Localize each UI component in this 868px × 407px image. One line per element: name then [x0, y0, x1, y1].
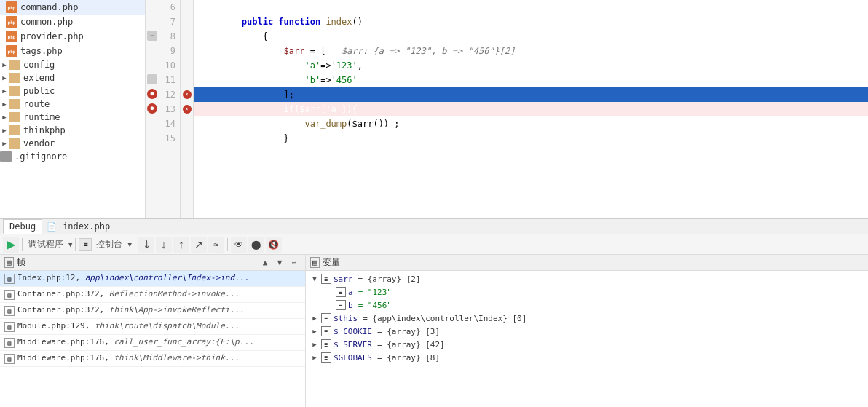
line-numbers: 6 7 − 8 9 10 − 11 ● 12 ● 13 14 15	[146, 0, 181, 222]
var-value-a: = "123"	[358, 288, 392, 297]
sidebar-item-tags[interactable]: php tags.php	[0, 44, 145, 58]
line-num-11: − 11	[146, 73, 180, 87]
arrow-right-icon: ▶	[0, 100, 9, 108]
evaluate-button[interactable]: ≈	[208, 237, 224, 253]
var-item-arr[interactable]: ▼ ≡ $arr = {array} [2]	[309, 272, 865, 285]
frame-item-3[interactable]: ▤ Container.php:372, think\App->invokeRe…	[0, 303, 305, 319]
gitignore-file-icon	[0, 151, 12, 162]
console-icon: ≡	[79, 238, 92, 251]
var-item-b[interactable]: ≡ b = "456"	[323, 299, 865, 312]
toolbar-separator-4	[227, 238, 228, 251]
tab-file[interactable]: index.php	[57, 220, 116, 233]
frame-item-5[interactable]: ▤ Middleware.php:176, call_user_func_arr…	[0, 335, 305, 351]
gutter-12: ✗	[181, 87, 193, 102]
fold-marker-11: −	[147, 74, 157, 84]
debug-program-label: 调试程序	[25, 238, 66, 250]
sidebar-item-label: thinkphp	[23, 125, 66, 135]
var-item-this[interactable]: ▶ ≡ $this = {app\index\controller\Index}…	[309, 312, 865, 325]
sidebar-item-route[interactable]: ▶ route	[0, 98, 145, 111]
var-expand-arr: ▼	[310, 274, 319, 283]
var-item-a[interactable]: ≡ a = "123"	[323, 285, 865, 299]
var-icon-b: ≡	[336, 300, 346, 310]
sidebar-item-runtime[interactable]: ▶ runtime	[0, 111, 145, 124]
frames-panel-tools: ▲ ▼ ↩	[259, 256, 301, 269]
code-lines: public function index() { $arr = [ $arr:…	[194, 0, 868, 222]
watches-button[interactable]: 👁	[231, 237, 247, 253]
folder-icon	[9, 112, 20, 122]
arrow-right-icon: ▶	[0, 126, 9, 135]
frame-item-4[interactable]: ▤ Module.php:129, think\route\dispatch\M…	[0, 319, 305, 335]
step-over-button[interactable]: ⤵	[138, 237, 154, 253]
sidebar-item-common[interactable]: php common.php	[0, 15, 145, 29]
sidebar-item-command[interactable]: php command.php	[0, 0, 145, 15]
sidebar-item-extend[interactable]: ▶ extend	[0, 71, 145, 84]
frame-icon-3: ▤	[4, 306, 15, 316]
sidebar-item-gitignore[interactable]: .gitignore	[0, 150, 145, 163]
var-icon-cookie: ≡	[321, 326, 331, 336]
variables-label: 变量	[323, 256, 340, 269]
folder-icon	[9, 138, 20, 149]
frame-method-6: think\Middleware->think...	[114, 353, 239, 363]
frames-up-button[interactable]: ▲	[259, 256, 272, 269]
folder-icon	[9, 60, 20, 70]
line-num-14: 14	[146, 116, 180, 131]
step-out-button[interactable]: ↑	[173, 237, 189, 253]
arrow-right-icon: ▶	[0, 139, 9, 148]
code-editor: 6 7 − 8 9 10 − 11 ● 12 ● 13 14 15	[146, 0, 868, 222]
sidebar-item-thinkphp[interactable]: ▶ thinkphp	[0, 124, 145, 137]
code-line-8: $arr = [ $arr: {a => "123", b => "456"}[…	[194, 29, 868, 44]
line-num-12: ● 12	[146, 87, 180, 102]
frame-item-6[interactable]: ▤ Middleware.php:176, think\Middleware->…	[0, 351, 305, 367]
frame-icon-2: ▤	[4, 290, 15, 300]
php-file-icon: php	[6, 1, 17, 13]
line-num-6: 6	[146, 0, 180, 15]
debug-bar: Debug 📄 index.php	[0, 218, 868, 234]
frames-panel-header: ▤ 帧 ▲ ▼ ↩	[0, 255, 305, 271]
frame-text-3: Container.php:372, think\App->invokeRefl…	[17, 305, 301, 315]
tab-debug[interactable]: Debug	[3, 219, 42, 234]
run-to-cursor-button[interactable]: ↗	[191, 237, 207, 253]
resume-button[interactable]: ▶	[3, 237, 19, 253]
frame-text-5: Middleware.php:176, call_user_func_array…	[17, 337, 301, 347]
sidebar-item-config[interactable]: ▶ config	[0, 58, 145, 71]
mute-button[interactable]: 🔇	[266, 237, 282, 253]
frame-method-1: app\index\controller\Index->ind...	[85, 273, 249, 282]
frame-icon-1: ▤	[4, 274, 15, 284]
sidebar-item-label: route	[23, 99, 50, 109]
arrow-right-icon: ▶	[0, 74, 9, 82]
sidebar-item-label: .gitignore	[15, 151, 67, 162]
code-line-15	[194, 131, 868, 146]
frame-file-4: Module.php:129,	[17, 321, 95, 331]
gutter-7	[181, 15, 193, 29]
sidebar-item-vendor[interactable]: ▶ vendor	[0, 137, 145, 150]
var-item-cookie[interactable]: ▶ ≡ $_COOKIE = {array} [3]	[309, 325, 865, 338]
frame-file-1: Index.php:12,	[17, 273, 85, 282]
gutter-14	[181, 116, 193, 131]
variables-panel-header: ▤ 变量	[306, 255, 868, 271]
frame-item-1[interactable]: ▤ Index.php:12, app\index\controller\Ind…	[0, 271, 305, 287]
sidebar-item-label: runtime	[23, 112, 60, 122]
var-name-b: b	[348, 301, 353, 310]
folder-icon	[9, 86, 20, 96]
line-num-13: ● 13	[146, 102, 180, 116]
gutter-15	[181, 131, 193, 146]
frame-text-2: Container.php:372, ReflectionMethod->inv…	[17, 289, 301, 299]
sidebar-item-public[interactable]: ▶ public	[0, 84, 145, 98]
frames-down-button[interactable]: ▼	[273, 256, 286, 269]
breakpoints-button[interactable]: ⬤	[248, 237, 264, 253]
debug-toolbar: ▶ 调试程序 ▼ ≡ 控制台 ▼ ⤵ ↓ ↑ ↗ ≈ 👁 ⬤ 🔇	[0, 234, 868, 255]
sidebar-item-provider[interactable]: php provider.php	[0, 29, 145, 44]
var-item-server[interactable]: ▶ ≡ $_SERVER = {array} [42]	[309, 338, 865, 351]
frames-restore-button[interactable]: ↩	[288, 256, 301, 269]
var-expand-cookie: ▶	[310, 327, 319, 336]
step-into-button[interactable]: ↓	[156, 237, 172, 253]
frame-method-3: think\App->invokeReflecti...	[109, 305, 244, 315]
frame-item-2[interactable]: ▤ Container.php:372, ReflectionMethod->i…	[0, 287, 305, 303]
frame-method-4: think\route\dispatch\Module...	[95, 321, 240, 331]
var-value-arr: = {array} [2]	[358, 274, 421, 284]
var-item-globals[interactable]: ▶ ≡ $GLOBALS = {array} [8]	[309, 351, 865, 364]
sidebar-item-label: extend	[23, 73, 55, 83]
code-line-6: public function index()	[194, 0, 868, 15]
kw-public: public function	[242, 17, 326, 27]
var-value-cookie: = {array} [3]	[377, 327, 440, 336]
